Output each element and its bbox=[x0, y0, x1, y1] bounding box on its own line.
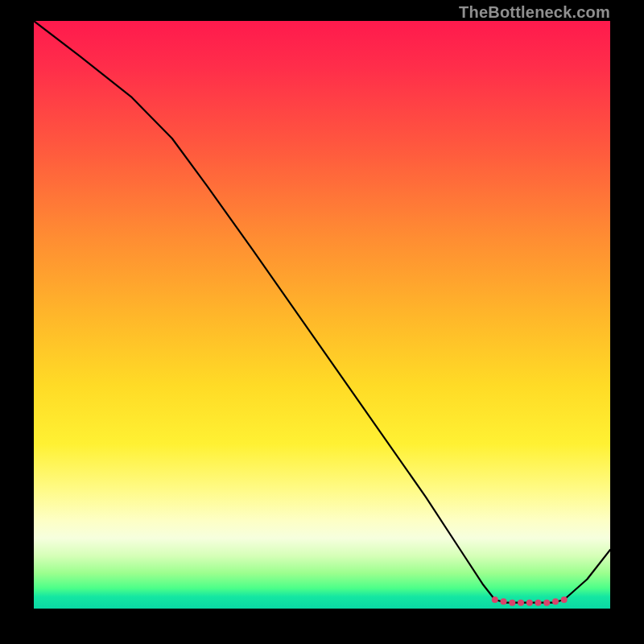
optimal-marker-dot bbox=[535, 600, 542, 606]
bottleneck-curve-path bbox=[34, 21, 610, 603]
bottleneck-line-group bbox=[34, 21, 610, 603]
optimal-marker-dot bbox=[509, 600, 515, 606]
optimal-marker-dot bbox=[552, 598, 559, 605]
optimal-markers-group bbox=[492, 597, 568, 606]
optimal-marker-dot bbox=[501, 598, 507, 605]
chart-frame: TheBottleneck.com bbox=[0, 0, 644, 644]
optimal-marker-dot bbox=[543, 600, 550, 606]
watermark-text: TheBottleneck.com bbox=[459, 3, 610, 22]
optimal-marker-dot bbox=[561, 597, 568, 603]
optimal-marker-dot bbox=[518, 600, 524, 606]
optimal-marker-dot bbox=[526, 600, 533, 606]
optimal-marker-dot bbox=[492, 597, 498, 603]
plot-area bbox=[34, 21, 610, 609]
chart-svg bbox=[34, 21, 610, 609]
